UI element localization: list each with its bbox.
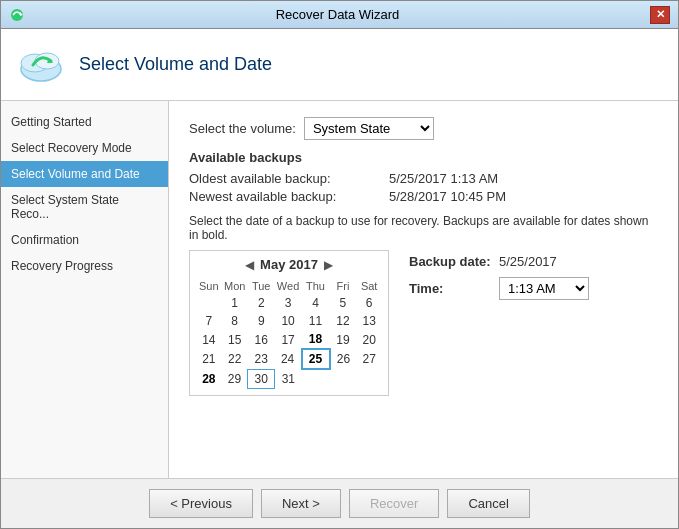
calendar-days-header: SunMonTueWedThuFriSat — [196, 278, 382, 294]
newest-backup-row: Newest available backup: 5/28/2017 10:45… — [189, 189, 658, 204]
svg-point-4 — [35, 53, 59, 69]
newest-value: 5/28/2017 10:45 PM — [389, 189, 506, 204]
sidebar-item-select-recovery-mode[interactable]: Select Recovery Mode — [1, 135, 168, 161]
calendar-day-23[interactable]: 23 — [248, 349, 275, 369]
calendar-day-29[interactable]: 29 — [222, 369, 248, 388]
recover-button[interactable]: Recover — [349, 489, 439, 518]
calendar-day-20[interactable]: 20 — [356, 330, 382, 349]
sidebar: Getting StartedSelect Recovery ModeSelec… — [1, 101, 169, 478]
calendar-day-30[interactable]: 30 — [248, 369, 275, 388]
newest-label: Newest available backup: — [189, 189, 389, 204]
backup-date-label: Backup date: — [409, 254, 499, 269]
calendar-day-10[interactable]: 10 — [275, 312, 302, 330]
calendar-day-empty — [196, 294, 222, 312]
calendar-day-31[interactable]: 31 — [275, 369, 302, 388]
wizard-window: Recover Data Wizard ✕ Select Volume and … — [0, 0, 679, 529]
previous-button[interactable]: < Previous — [149, 489, 253, 518]
calendar-week-row: 78910111213 — [196, 312, 382, 330]
next-button[interactable]: Next > — [261, 489, 341, 518]
calendar-body: 1234567891011121314151617181920212223242… — [196, 294, 382, 388]
calendar-week-row: 14151617181920 — [196, 330, 382, 349]
calendar-day-26[interactable]: 26 — [330, 349, 357, 369]
calendar-day-7[interactable]: 7 — [196, 312, 222, 330]
prev-month-button[interactable]: ◀ — [239, 258, 260, 272]
calendar-day-21[interactable]: 21 — [196, 349, 222, 369]
calendar-day-18[interactable]: 18 — [302, 330, 330, 349]
volume-row: Select the volume: System StateC:D: — [189, 117, 658, 140]
calendar-grid: SunMonTueWedThuFriSat 123456789101112131… — [196, 278, 382, 389]
calendar-dow-sun: Sun — [196, 278, 222, 294]
content-area: Getting StartedSelect Recovery ModeSelec… — [1, 101, 678, 478]
backup-date-value: 5/25/2017 — [499, 254, 557, 269]
calendar-dow-thu: Thu — [302, 278, 330, 294]
calendar-dow-mon: Mon — [222, 278, 248, 294]
calendar-day-6[interactable]: 6 — [356, 294, 382, 312]
time-row: Time: 1:13 AM2:00 PM10:45 PM — [409, 277, 589, 300]
calendar-day-3[interactable]: 3 — [275, 294, 302, 312]
calendar-day-17[interactable]: 17 — [275, 330, 302, 349]
calendar-day-9[interactable]: 9 — [248, 312, 275, 330]
calendar-dow-wed: Wed — [275, 278, 302, 294]
calendar-week-row: 21222324252627 — [196, 349, 382, 369]
calendar-month-year: May 2017 — [260, 257, 318, 272]
oldest-label: Oldest available backup: — [189, 171, 389, 186]
app-icon — [9, 7, 25, 23]
calendar-week-row: 123456 — [196, 294, 382, 312]
calendar: ◀ May 2017 ▶ SunMonTueWedThuFriSat 12345… — [189, 250, 389, 396]
calendar-dow-sat: Sat — [356, 278, 382, 294]
title-bar: Recover Data Wizard ✕ — [1, 1, 678, 29]
calendar-dow-fri: Fri — [330, 278, 357, 294]
oldest-value: 5/25/2017 1:13 AM — [389, 171, 498, 186]
time-select[interactable]: 1:13 AM2:00 PM10:45 PM — [499, 277, 589, 300]
calendar-day-8[interactable]: 8 — [222, 312, 248, 330]
wizard-header: Select Volume and Date — [1, 29, 678, 101]
header-icon — [17, 41, 65, 89]
calendar-day-4[interactable]: 4 — [302, 294, 330, 312]
window-title: Recover Data Wizard — [25, 7, 650, 22]
calendar-day-empty — [330, 369, 357, 388]
calendar-day-19[interactable]: 19 — [330, 330, 357, 349]
calendar-day-16[interactable]: 16 — [248, 330, 275, 349]
calendar-day-15[interactable]: 15 — [222, 330, 248, 349]
calendar-week-row: 28293031 — [196, 369, 382, 388]
next-month-button[interactable]: ▶ — [318, 258, 339, 272]
time-label: Time: — [409, 281, 499, 296]
wizard-footer: < Previous Next > Recover Cancel — [1, 478, 678, 528]
calendar-day-2[interactable]: 2 — [248, 294, 275, 312]
volume-select[interactable]: System StateC:D: — [304, 117, 434, 140]
calendar-day-13[interactable]: 13 — [356, 312, 382, 330]
date-time-panel: Backup date: 5/25/2017 Time: 1:13 AM2:00… — [409, 250, 589, 308]
oldest-backup-row: Oldest available backup: 5/25/2017 1:13 … — [189, 171, 658, 186]
calendar-day-22[interactable]: 22 — [222, 349, 248, 369]
available-backups-label: Available backups — [189, 150, 658, 165]
calendar-day-1[interactable]: 1 — [222, 294, 248, 312]
close-button[interactable]: ✕ — [650, 6, 670, 24]
cancel-button[interactable]: Cancel — [447, 489, 529, 518]
calendar-day-11[interactable]: 11 — [302, 312, 330, 330]
sidebar-item-recovery-progress[interactable]: Recovery Progress — [1, 253, 168, 279]
volume-label: Select the volume: — [189, 121, 296, 136]
page-title: Select Volume and Date — [79, 54, 272, 75]
calendar-day-empty — [356, 369, 382, 388]
sidebar-item-getting-started[interactable]: Getting Started — [1, 109, 168, 135]
calendar-day-28[interactable]: 28 — [196, 369, 222, 388]
sidebar-item-confirmation[interactable]: Confirmation — [1, 227, 168, 253]
calendar-day-12[interactable]: 12 — [330, 312, 357, 330]
calendar-day-24[interactable]: 24 — [275, 349, 302, 369]
sidebar-item-select-system-state-reco[interactable]: Select System State Reco... — [1, 187, 168, 227]
sidebar-item-select-volume-and-date[interactable]: Select Volume and Date — [1, 161, 168, 187]
calendar-date-area: ◀ May 2017 ▶ SunMonTueWedThuFriSat 12345… — [189, 250, 658, 396]
calendar-dow-tue: Tue — [248, 278, 275, 294]
calendar-header: ◀ May 2017 ▶ — [196, 257, 382, 272]
main-content: Select the volume: System StateC:D: Avai… — [169, 101, 678, 478]
calendar-day-27[interactable]: 27 — [356, 349, 382, 369]
backup-date-row: Backup date: 5/25/2017 — [409, 254, 589, 269]
calendar-day-25[interactable]: 25 — [302, 349, 330, 369]
calendar-day-5[interactable]: 5 — [330, 294, 357, 312]
calendar-day-14[interactable]: 14 — [196, 330, 222, 349]
calendar-day-empty — [302, 369, 330, 388]
instruction-text: Select the date of a backup to use for r… — [189, 214, 658, 242]
